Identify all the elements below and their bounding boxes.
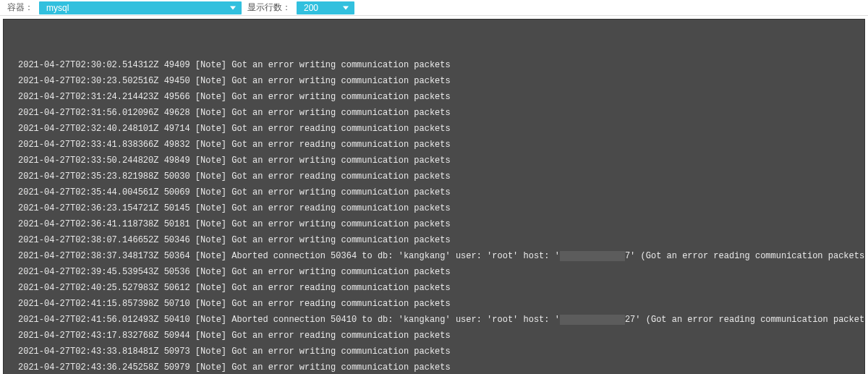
container-select-value: mysql (46, 3, 69, 13)
log-line[interactable]: 2021-04-27T02:41:15.857398Z 50710 [Note]… (18, 296, 850, 312)
container-select[interactable]: mysql (39, 1, 242, 14)
chevron-down-icon (343, 6, 349, 9)
log-line[interactable]: 2021-04-27T02:38:37.348173Z 50364 [Note]… (18, 248, 850, 264)
log-line[interactable]: 2021-04-27T02:30:02.514312Z 49409 [Note]… (18, 57, 850, 73)
log-output[interactable]: 2021-04-27T02:30:02.514312Z 49409 [Note]… (3, 19, 865, 374)
redacted-host (560, 251, 625, 261)
log-line[interactable]: 2021-04-27T02:43:17.832768Z 50944 [Note]… (18, 328, 850, 344)
log-line[interactable]: 2021-04-27T02:35:44.004561Z 50069 [Note]… (18, 184, 850, 200)
log-line[interactable]: 2021-04-27T02:36:23.154721Z 50145 [Note]… (18, 200, 850, 216)
log-line[interactable]: 2021-04-27T02:41:56.012493Z 50410 [Note]… (18, 312, 850, 328)
log-line[interactable]: 2021-04-27T02:36:41.118738Z 50181 [Note]… (18, 216, 850, 232)
lines-label: 显示行数： (247, 1, 291, 14)
container-label: 容器： (7, 1, 33, 14)
log-line[interactable]: 2021-04-27T02:32:40.248101Z 49714 [Note]… (18, 121, 850, 137)
log-line[interactable]: 2021-04-27T02:31:24.214423Z 49566 [Note]… (18, 89, 850, 105)
log-toolbar: 容器： mysql 显示行数： 200 (0, 0, 868, 16)
log-line[interactable]: 2021-04-27T02:30:23.502516Z 49450 [Note]… (18, 73, 850, 89)
lines-select-value: 200 (304, 3, 318, 13)
log-line[interactable]: 2021-04-27T02:35:23.821988Z 50030 [Note]… (18, 169, 850, 184)
log-line[interactable]: 2021-04-27T02:31:56.012096Z 49628 [Note]… (18, 105, 850, 121)
lines-select[interactable]: 200 (297, 1, 354, 14)
log-line[interactable]: 2021-04-27T02:33:50.244820Z 49849 [Note]… (18, 153, 850, 169)
log-line[interactable]: 2021-04-27T02:33:41.838366Z 49832 [Note]… (18, 137, 850, 153)
log-line[interactable]: 2021-04-27T02:43:36.245258Z 50979 [Note]… (18, 360, 850, 374)
chevron-down-icon (230, 6, 236, 9)
redacted-host (560, 315, 625, 325)
log-line[interactable]: 2021-04-27T02:38:07.146652Z 50346 [Note]… (18, 232, 850, 248)
log-line[interactable]: 2021-04-27T02:39:45.539543Z 50536 [Note]… (18, 264, 850, 280)
log-line[interactable]: 2021-04-27T02:40:25.527983Z 50612 [Note]… (18, 280, 850, 296)
log-line[interactable]: 2021-04-27T02:43:33.818481Z 50973 [Note]… (18, 344, 850, 360)
